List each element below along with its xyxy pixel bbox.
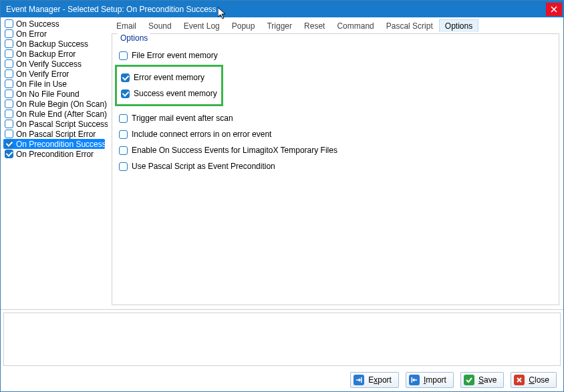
option-checkbox[interactable] [121,73,130,82]
tab-bar: EmailSoundEvent LogPopupTriggerResetComm… [108,17,563,32]
content-area: On SuccessOn ErrorOn Backup SuccessOn Ba… [1,17,563,391]
highlight-box: Error event memorySuccess event memory [115,65,223,106]
option-row: Include connect errors in on error event [119,126,552,142]
event-checkbox[interactable] [5,100,13,108]
option-checkbox[interactable] [121,89,130,98]
titlebar: Event Manager - Selected Setup: On Preco… [1,1,563,17]
option-label: Success event memory [134,89,217,98]
tab-sound[interactable]: Sound [142,19,178,32]
event-checkbox[interactable] [5,140,13,148]
export-button[interactable]: Export [350,372,399,388]
option-checkbox[interactable] [119,51,128,60]
event-list-item[interactable]: On Verify Error [3,69,105,79]
event-label: On Verify Success [16,59,82,69]
event-label: On Pascal Script Success [16,120,108,129]
event-checkbox[interactable] [5,19,13,28]
tab-event-log[interactable]: Event Log [178,19,226,32]
save-icon [464,375,474,385]
option-checkbox[interactable] [119,162,128,171]
window-title: Event Manager - Selected Setup: On Preco… [6,5,546,14]
event-list-item[interactable]: On Pascal Script Success [3,119,105,129]
event-list-item[interactable]: On Backup Success [3,39,105,49]
option-row: Error event memory [121,69,217,85]
event-list-item[interactable]: On No File Found [3,89,105,99]
event-list-item[interactable]: On Backup Error [3,49,105,59]
option-row: Use Pascal Script as Event Precondition [119,158,552,174]
event-list-item[interactable]: On Error [3,29,105,39]
tab-command[interactable]: Command [331,19,380,32]
event-list-item[interactable]: On Success [3,19,105,29]
event-checkbox[interactable] [5,130,13,138]
option-row: Success event memory [121,85,217,102]
event-checkbox[interactable] [5,29,13,38]
upper-pane: On SuccessOn ErrorOn Backup SuccessOn Ba… [1,17,563,310]
option-checkbox[interactable] [119,146,128,155]
event-label: On Success [16,19,59,29]
event-label: On Rule Begin (On Scan) [16,100,107,109]
option-checkbox[interactable] [119,130,128,139]
option-label: Trigger mail event after scan [132,114,233,123]
svg-rect-1 [411,377,412,383]
tab-trigger[interactable]: Trigger [261,19,298,32]
event-label: On Precondition Error [16,150,94,159]
event-checkbox[interactable] [5,110,13,118]
tab-reset[interactable]: Reset [298,19,331,32]
event-label: On Rule End (After Scan) [16,110,107,119]
option-row: File Error event memory [119,47,552,63]
event-label: On Backup Error [16,49,76,59]
tab-popup[interactable]: Popup [226,19,261,32]
import-label: Import [424,375,446,385]
option-label: Include connect errors in on error event [132,130,271,139]
event-label: On Pascal Script Error [16,130,96,139]
option-label: File Error event memory [132,51,218,60]
button-bar: Export Import Save Close [1,369,563,391]
event-checkbox[interactable] [5,89,13,98]
event-label: On Error [16,29,47,39]
window: Event Manager - Selected Setup: On Preco… [0,0,564,392]
event-list-item[interactable]: On Precondition Success [3,139,105,149]
tab-email[interactable]: Email [110,19,142,32]
option-label: Error event memory [134,73,204,82]
export-label: Export [368,375,392,385]
option-checkbox[interactable] [119,114,128,123]
import-icon [409,375,420,385]
event-list[interactable]: On SuccessOn ErrorOn Backup SuccessOn Ba… [1,17,108,309]
event-checkbox[interactable] [5,49,13,58]
event-label: On Precondition Success [16,140,106,149]
log-pane[interactable] [3,313,561,366]
import-button[interactable]: Import [406,372,454,388]
event-checkbox[interactable] [5,69,13,78]
save-button[interactable]: Save [460,372,504,388]
tab-options[interactable]: Options [439,19,478,32]
event-checkbox[interactable] [5,59,13,68]
svg-rect-0 [361,377,362,383]
option-row: Trigger mail event after scan [119,110,552,126]
event-checkbox[interactable] [5,79,13,88]
option-row: Enable On Success Events for LimagitoX T… [119,142,552,158]
option-label: Enable On Success Events for LimagitoX T… [132,146,337,155]
event-label: On File in Use [16,79,67,89]
event-label: On Verify Error [16,69,69,79]
save-label: Save [478,375,497,385]
event-checkbox[interactable] [5,39,13,48]
event-list-item[interactable]: On Rule End (After Scan) [3,109,105,119]
close-icon [551,6,557,13]
event-list-item[interactable]: On Precondition Error [3,149,105,159]
tab-pascal-script[interactable]: Pascal Script [380,19,439,32]
event-list-item[interactable]: On Verify Success [3,59,105,69]
event-checkbox[interactable] [5,120,13,128]
options-fieldset: Options File Error event memoryError eve… [112,33,559,305]
option-label: Use Pascal Script as Event Precondition [132,162,275,171]
close-label: Close [529,375,549,385]
event-list-item[interactable]: On Pascal Script Error [3,129,105,139]
event-list-item[interactable]: On Rule Begin (On Scan) [3,99,105,109]
main-panel: EmailSoundEvent LogPopupTriggerResetComm… [108,17,563,309]
window-close-button[interactable] [546,3,562,16]
event-checkbox[interactable] [5,150,13,158]
fieldset-legend: Options [118,33,150,43]
event-label: On No File Found [16,89,80,99]
close-button[interactable]: Close [511,372,557,388]
close-btn-icon [514,375,525,385]
export-icon [354,375,364,385]
event-list-item[interactable]: On File in Use [3,79,105,89]
